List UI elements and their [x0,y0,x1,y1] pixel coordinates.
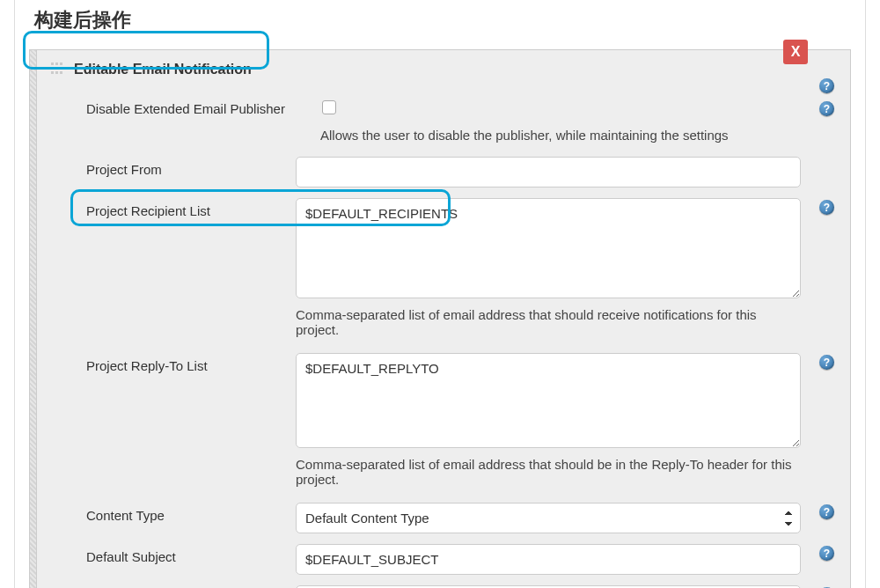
reply-to-help: Comma-separated list of email address th… [296,457,801,487]
row-recipient-list: Project Recipient List $DEFAULT_RECIPIEN… [48,193,850,348]
row-content-type: Content Type Default Content Type ? [48,497,850,539]
disable-publisher-checkbox[interactable] [322,100,336,114]
recipient-list-label: Project Recipient List [86,198,296,218]
reply-to-label: Project Reply-To List [86,353,296,373]
drag-rail[interactable] [30,50,37,588]
default-subject-input[interactable] [296,544,801,575]
default-subject-label: Default Subject [86,544,296,564]
row-disable-publisher: Disable Extended Email Publisher ? [48,94,850,121]
project-from-label: Project From [86,157,296,177]
section-container: 构建后操作 Editable Email Notification X ? Di… [14,0,866,588]
panel-header[interactable]: Editable Email Notification X ? [30,50,850,89]
help-icon[interactable]: ? [819,200,834,215]
row-project-from: Project From [48,151,850,193]
row-default-content: Default Content $DEFAULT_CONTENT ? [48,580,850,588]
help-icon[interactable]: ? [819,78,834,93]
disable-publisher-label: Disable Extended Email Publisher [86,99,320,116]
form-body: Disable Extended Email Publisher ? Allow… [30,94,850,588]
recipient-list-help: Comma-separated list of email address th… [296,307,801,337]
reply-to-input[interactable]: $DEFAULT_REPLYTO [296,353,801,448]
drag-handle-icon[interactable] [51,62,63,77]
content-type-select[interactable]: Default Content Type [296,503,801,533]
section-title: 构建后操作 [15,0,865,49]
email-notification-panel: Editable Email Notification X ? Disable … [29,49,851,588]
delete-button[interactable]: X [783,40,808,64]
help-icon[interactable]: ? [819,355,834,370]
content-type-label: Content Type [86,503,296,523]
panel-title: Editable Email Notification [74,62,252,77]
help-icon[interactable]: ? [819,101,834,116]
help-icon[interactable]: ? [819,546,834,561]
row-default-subject: Default Subject ? [48,539,850,580]
recipient-list-input[interactable]: $DEFAULT_RECIPIENTS [296,198,801,298]
help-icon[interactable]: ? [819,504,834,519]
project-from-input[interactable] [296,157,801,187]
disable-publisher-help: Allows the user to disable the publisher… [48,121,850,151]
row-reply-to: Project Reply-To List $DEFAULT_REPLYTO C… [48,348,850,497]
